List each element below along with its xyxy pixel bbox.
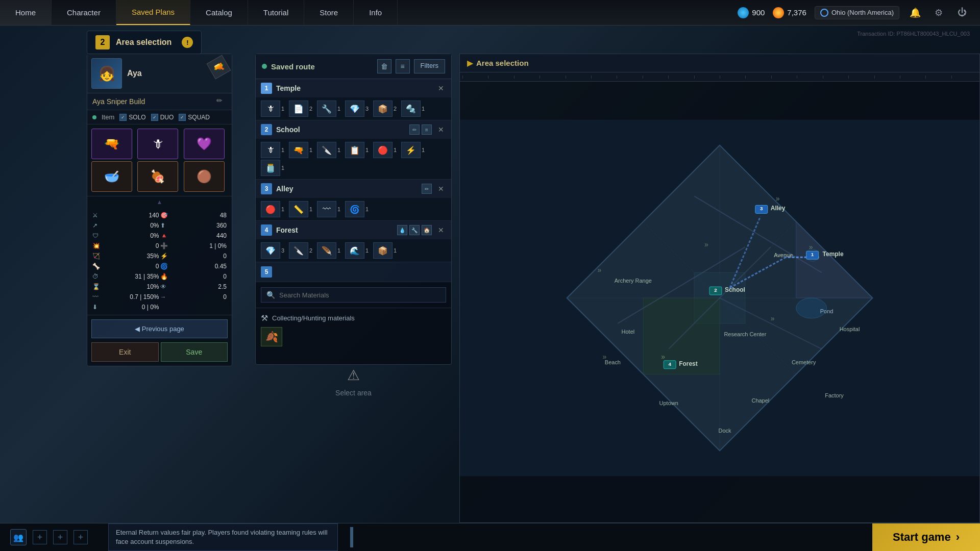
list-route-icon[interactable]: ≡: [396, 59, 410, 73]
stop-2-num: 2: [261, 124, 272, 135]
stop-3-close[interactable]: ✕: [436, 184, 446, 194]
select-area-notice: ⚠ Select area: [256, 352, 451, 412]
map-container[interactable]: 1 Temple Avenue Archery Range: [460, 82, 979, 514]
start-game-arrow: ›: [956, 531, 960, 544]
item-box[interactable]: 📄: [289, 101, 308, 117]
item-chip: 🔧1: [317, 101, 344, 117]
search-section: 🔍: [256, 282, 451, 308]
collecting-item[interactable]: 🍂: [261, 327, 282, 346]
sp-regen-value: 440: [216, 232, 227, 239]
stop-2-edit-icon[interactable]: ✏: [409, 124, 420, 135]
solo-checkbox[interactable]: ✓ SOLO: [119, 114, 145, 121]
add-member-1[interactable]: +: [33, 530, 47, 544]
route-stop-2-header[interactable]: 2 School ✏ ≡ ✕: [256, 120, 451, 139]
equip-slot-4[interactable]: 🥣: [91, 161, 132, 192]
item-box[interactable]: 🔪: [289, 242, 308, 259]
equip-slot-3[interactable]: 💜: [184, 129, 225, 159]
svg-text:Alley: Alley: [771, 205, 786, 212]
equip-slot-1[interactable]: 🔫: [91, 129, 132, 159]
item-box[interactable]: 🔧: [317, 101, 336, 117]
stop-3-edit-icon[interactable]: ✏: [422, 184, 432, 194]
stat-def-pct: 🛡 0%: [92, 231, 159, 240]
search-materials-input[interactable]: [279, 291, 440, 299]
item-chip: 📏1: [289, 201, 315, 217]
delete-route-icon[interactable]: 🗑: [377, 59, 391, 73]
item-box[interactable]: 💎: [345, 101, 364, 117]
item-box[interactable]: 📋: [345, 142, 364, 158]
item-chip: 🗡1: [261, 142, 287, 158]
duo-checkbox[interactable]: ✓ DUO: [151, 114, 174, 121]
nav-store[interactable]: Store: [304, 0, 354, 25]
stop-4-close[interactable]: ✕: [436, 225, 446, 235]
prev-page-button[interactable]: ◀ Previous page: [91, 319, 228, 338]
svg-text:Hospital: Hospital: [840, 326, 860, 332]
filters-button[interactable]: Filters: [414, 59, 445, 73]
edit-build-icon[interactable]: ✏: [216, 96, 227, 107]
start-game-button[interactable]: Start game ›: [872, 523, 980, 552]
save-button[interactable]: Save: [161, 342, 228, 362]
attack-value: 140: [149, 212, 159, 219]
cooldown-icon: ⏱: [92, 273, 101, 280]
item-box[interactable]: 📏: [289, 201, 308, 217]
item-box[interactable]: 🪶: [317, 242, 336, 259]
notification-bell[interactable]: 🔔: [908, 5, 923, 20]
route-dot: [262, 64, 267, 69]
stop-2-close[interactable]: ✕: [436, 124, 446, 135]
route-stop-1-header[interactable]: 1 Temple ✕: [256, 79, 451, 97]
route-header-icons: 🗑 ≡ Filters: [377, 59, 445, 73]
route-stop-3-header[interactable]: 3 Alley ✏ ✕: [256, 180, 451, 198]
item-box[interactable]: 🌊: [345, 242, 364, 259]
nav-character[interactable]: Character: [52, 0, 116, 25]
item-chip: 📄2: [289, 101, 315, 117]
step-number: 2: [95, 35, 110, 49]
power-button[interactable]: ⏻: [954, 5, 970, 20]
item-box[interactable]: 🗡: [261, 142, 280, 158]
exit-button[interactable]: Exit: [91, 342, 159, 362]
squad-checkbox[interactable]: ✓ SQUAD: [179, 114, 210, 121]
item-chip: 🔪1: [317, 142, 344, 158]
equip-slot-5[interactable]: 🍖: [137, 161, 178, 192]
item-box[interactable]: 🌀: [345, 201, 364, 217]
add-member-3[interactable]: +: [74, 530, 88, 544]
item-box[interactable]: 📦: [373, 242, 393, 259]
svg-text:»: »: [597, 266, 601, 274]
arrow-value: 0: [223, 293, 227, 300]
item-box[interactable]: 〰: [317, 201, 336, 217]
stat-hp-regen: ⬆ 360: [160, 221, 227, 230]
item-box[interactable]: ⚡: [401, 142, 421, 158]
item-box[interactable]: 📦: [373, 101, 393, 117]
character-panel: 👧 Aya 🔫 Aya Sniper Build ✏ Item ✓ SOLO ✓…: [87, 54, 232, 366]
svg-text:Forest: Forest: [679, 360, 698, 367]
item-box[interactable]: 🔫: [289, 142, 308, 158]
top-navigation: Home Character Saved Plans Catalog Tutor…: [0, 0, 980, 26]
team-icon-main[interactable]: 👥: [10, 529, 27, 545]
stop-4-icon2[interactable]: 🔧: [409, 225, 420, 235]
scroll-up-arrow[interactable]: ▲: [87, 196, 232, 208]
add-member-2[interactable]: +: [53, 530, 67, 544]
nav-catalog[interactable]: Catalog: [190, 0, 248, 25]
stop-2-menu-icon[interactable]: ≡: [422, 124, 432, 135]
nav-tutorial[interactable]: Tutorial: [248, 0, 304, 25]
item-box[interactable]: 🔴: [373, 142, 393, 158]
stop-5-input[interactable]: [276, 268, 446, 276]
stop-1-close[interactable]: ✕: [436, 83, 446, 93]
region-selector[interactable]: Ohio (North America): [815, 6, 899, 19]
nav-info[interactable]: Info: [354, 0, 398, 25]
item-box[interactable]: 🔴: [261, 201, 280, 217]
item-box[interactable]: 💎: [261, 242, 280, 259]
stop-4-icons: 💧 🔧 🏠 ✕: [397, 225, 446, 235]
stop-4-icon3[interactable]: 🏠: [422, 225, 432, 235]
step-indicator: 2 Area selection !: [87, 31, 202, 54]
item-box[interactable]: 🗡: [261, 101, 280, 117]
item-box[interactable]: 🔩: [401, 101, 421, 117]
equip-slot-2[interactable]: 🗡: [137, 129, 178, 159]
stop-4-icon1[interactable]: 💧: [397, 225, 407, 235]
nav-saved-plans[interactable]: Saved Plans: [116, 0, 190, 25]
equip-slot-6[interactable]: 🟤: [184, 161, 225, 192]
item-box[interactable]: 🫙: [261, 160, 280, 176]
nav-home[interactable]: Home: [0, 0, 52, 25]
step-info-icon[interactable]: !: [182, 37, 193, 48]
route-stop-4-header[interactable]: 4 Forest 💧 🔧 🏠 ✕: [256, 221, 451, 239]
settings-gear[interactable]: ⚙: [931, 5, 946, 20]
item-box[interactable]: 🔪: [317, 142, 336, 158]
